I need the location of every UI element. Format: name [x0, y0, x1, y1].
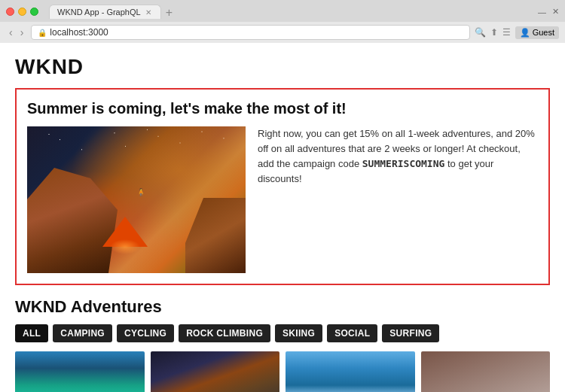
maximize-button[interactable] [30, 8, 38, 16]
nav-buttons: ‹ › [6, 25, 26, 40]
window-control-minimize[interactable]: — [538, 8, 546, 17]
title-bar: WKND App - GraphQL ✕ + — ✕ [0, 0, 565, 22]
filter-tags: ALL CAMPING CYCLING ROCK CLIMBING SKIING… [15, 324, 550, 342]
promo-banner: Summer is coming, let's make the most of… [15, 88, 550, 285]
window-control-close[interactable]: ✕ [552, 7, 559, 17]
toolbar-right: 🔍 ⬆ ☰ 👤 Guest [475, 26, 559, 39]
site-logo: WKND [15, 55, 550, 79]
adventure-card-climbing[interactable] [421, 351, 551, 392]
filter-social[interactable]: SOCIAL [327, 324, 377, 342]
minimize-button[interactable] [18, 8, 26, 16]
adventure-card-social[interactable] [151, 351, 280, 392]
banner-image: 🧍 [27, 126, 246, 273]
back-button[interactable]: ‹ [6, 25, 16, 40]
banner-description: Right now, you can get 15% on all 1-week… [258, 126, 538, 273]
url-text: localhost:3000 [50, 27, 108, 38]
guest-button[interactable]: 👤 Guest [515, 26, 559, 39]
filter-all[interactable]: ALL [15, 324, 48, 342]
adventure-card-ocean[interactable] [15, 351, 145, 392]
filter-cycling[interactable]: CYCLING [117, 324, 174, 342]
banner-title: Summer is coming, let's make the most of… [27, 100, 538, 117]
page-content: WKND Summer is coming, let's make the mo… [0, 43, 565, 392]
guest-label: Guest [533, 28, 554, 37]
menu-icon: ☰ [502, 27, 511, 38]
lock-icon: 🔒 [38, 29, 47, 37]
tab-label: WKND App - GraphQL [57, 8, 141, 17]
adventures-title: WKND Adventures [15, 297, 550, 317]
tent-glow [110, 239, 140, 254]
new-tab-button[interactable]: + [163, 7, 176, 19]
share-icon: ⬆ [490, 27, 498, 38]
tent-decoration [102, 217, 148, 247]
adventures-section: WKND Adventures ALL CAMPING CYCLING ROCK… [15, 297, 550, 392]
guest-avatar-icon: 👤 [520, 28, 530, 38]
traffic-lights [6, 8, 38, 16]
zoom-icon: 🔍 [475, 27, 486, 38]
close-button[interactable] [6, 8, 14, 16]
forward-button[interactable]: › [17, 25, 27, 40]
hiker-figure: 🧍 [136, 188, 145, 196]
browser-tab[interactable]: WKND App - GraphQL ✕ [49, 5, 161, 19]
filter-surfing[interactable]: SURFING [382, 324, 439, 342]
address-bar[interactable]: 🔒 localhost:3000 [31, 25, 469, 40]
promo-code: SUMMERISCOMING [362, 158, 445, 169]
banner-body: 🧍 Right now, you can get 15% on all 1-we… [27, 126, 538, 273]
tab-close-icon[interactable]: ✕ [145, 8, 151, 17]
filter-skiing[interactable]: SKIING [275, 324, 322, 342]
filter-rock-climbing[interactable]: ROCK CLIMBING [179, 324, 270, 342]
browser-chrome: WKND App - GraphQL ✕ + — ✕ ‹ › 🔒 localho… [0, 0, 565, 43]
adventure-cards [15, 351, 550, 392]
filter-camping[interactable]: CAMPING [53, 324, 112, 342]
adventure-card-lake[interactable] [286, 351, 415, 392]
address-bar-row: ‹ › 🔒 localhost:3000 🔍 ⬆ ☰ 👤 Guest [0, 22, 565, 43]
